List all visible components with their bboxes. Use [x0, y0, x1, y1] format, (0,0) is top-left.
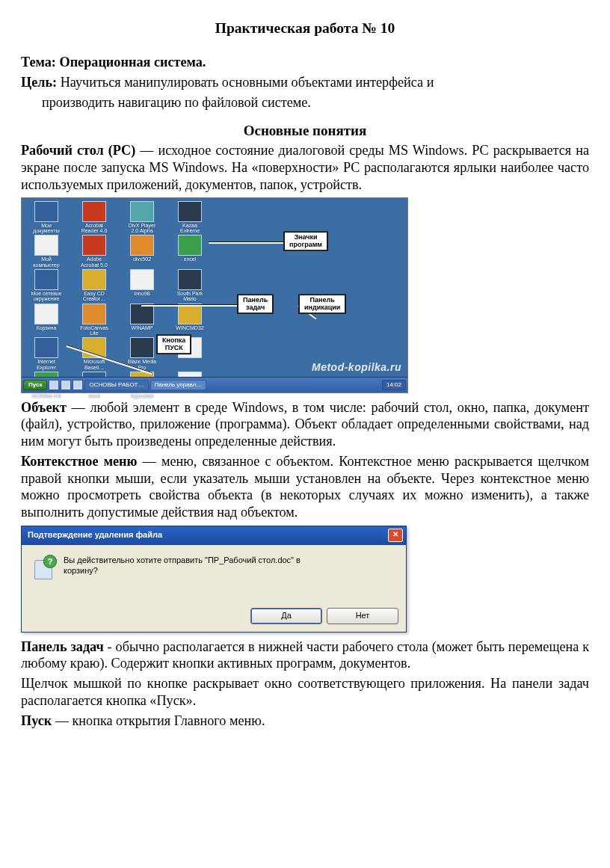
desktop-icon[interactable]: Мои документы — [25, 201, 68, 234]
desktop-icon[interactable]: Inno98 — [120, 269, 164, 302]
icon-label: Adobe Acrobat 5.0 — [73, 256, 116, 268]
desktop-icon[interactable]: Kazaa Extreme — [168, 201, 212, 234]
desktop-icon[interactable]: Internet Explorer — [25, 337, 68, 370]
icon-image — [34, 201, 58, 222]
icon-label: Корзина — [25, 325, 68, 336]
paragraph-start: Пуск — кнопка открытия Главного меню. — [21, 712, 589, 730]
icon-image — [178, 304, 202, 324]
icon-label: DivX Player 2.0 Alpha — [120, 223, 164, 234]
topic-text: Операционная система. — [59, 55, 206, 70]
icon-label: ACDSee 4.0 — [25, 393, 68, 404]
quick-launch-icon[interactable] — [61, 380, 71, 390]
icon-label: FotoCanvas Lite — [73, 325, 116, 336]
icon-label: excel — [168, 256, 212, 267]
desktop-icon[interactable]: Adobe Acrobat 5.0 — [73, 235, 116, 268]
annotation-programs-icons: Значки программ — [283, 231, 328, 252]
annotation-start-button: Кнопка ПУСК — [156, 334, 191, 355]
start-button[interactable]: Пуск — [23, 380, 47, 390]
icon-image — [130, 337, 154, 358]
dialog-message-line: Вы действительно хотите отправить "ПР_Ра… — [64, 555, 301, 566]
icon-image — [130, 304, 154, 324]
icon-image — [178, 201, 202, 222]
screenshot-dialog: Подтверждение удаления файла ✕ ? Вы дейс… — [21, 526, 407, 632]
quick-launch-icon[interactable] — [73, 380, 83, 390]
dialog-title: Подтверждение удаления файла — [28, 530, 388, 541]
icon-image — [82, 201, 106, 222]
icon-label: Easy CD Creator… — [73, 291, 116, 302]
icon-label: divx502 — [120, 256, 164, 267]
paragraph-taskbar-extra: Щелчок мышкой по кнопке раскрывает окно … — [21, 675, 589, 710]
desktop-icon[interactable]: South Park Mario — [168, 269, 212, 302]
paragraph-desktop: Рабочий стол (РС) — исходное состояние д… — [21, 142, 589, 193]
desktop-icon[interactable]: divx502 — [120, 235, 164, 268]
def-object: — любой элемент в среде Windows, в том ч… — [21, 400, 589, 449]
dialog-message-line: корзину? — [64, 566, 301, 576]
topic-label: Тема: — [21, 55, 59, 70]
icon-image — [34, 304, 58, 324]
def-taskbar: - обычно располагается в нижней части ра… — [21, 639, 589, 671]
icon-image — [34, 269, 58, 290]
annotation-lead — [141, 304, 237, 307]
goal-text1: Научиться манипулировать основными объек… — [61, 75, 434, 90]
taskbar-button[interactable]: Панель управл… — [150, 380, 207, 390]
page-title: Практическая работа № 10 — [21, 19, 589, 37]
icon-label: Internet Explorer — [25, 359, 68, 370]
desktop-icon[interactable]: DivX Player 2.0 Alpha — [120, 201, 164, 234]
icon-label: Мой компьютер — [25, 256, 68, 268]
def-start: — кнопка открытия Главного меню. — [52, 713, 265, 728]
screenshot-desktop: Мои документыAcrobat Reader 4.0DivX Play… — [21, 197, 408, 393]
paragraph-context-menu: Контекстное меню — меню, связанное с объ… — [21, 453, 589, 521]
term-context-menu: Контекстное меню — [21, 454, 137, 469]
icon-image — [82, 304, 106, 324]
desktop-icon[interactable]: excel — [168, 235, 212, 268]
paragraph-taskbar: Панель задач - обычно располагается в ни… — [21, 638, 589, 673]
desktop-icon[interactable]: FotoCanvas Lite — [73, 304, 116, 336]
icon-label: Курсовая — [120, 393, 164, 404]
desktop-icon[interactable]: Мой компьютер — [25, 235, 68, 268]
icon-label — [168, 393, 212, 404]
annotation-tray: Панель индикации — [298, 294, 346, 315]
goal-label: Цель: — [21, 75, 61, 90]
desktop-icon[interactable]: Корзина — [25, 304, 68, 336]
icon-image — [130, 201, 154, 222]
icon-image — [130, 235, 154, 256]
icon-image — [130, 269, 154, 290]
desktop-icon[interactable]: Мое сетевое окружение — [25, 269, 68, 302]
watermark: Metod-kopilka.ru — [312, 361, 401, 375]
paragraph-object: Объект — любой элемент в среде Windows, … — [21, 399, 589, 450]
icon-label: South Park Mario — [168, 291, 212, 302]
icon-label: Acrobat Reader 4.0 — [73, 223, 116, 234]
system-tray[interactable]: 14:02 — [382, 380, 406, 390]
no-button[interactable]: Нет — [327, 608, 398, 624]
recycle-bin-icon: ? — [32, 555, 56, 582]
desktop-icon[interactable]: WINAMP — [120, 304, 164, 336]
dialog-message: Вы действительно хотите отправить "ПР_Ра… — [64, 555, 301, 576]
annotation-lead — [209, 241, 283, 244]
close-icon[interactable]: ✕ — [388, 529, 403, 542]
icon-image — [178, 269, 202, 290]
icon-image — [82, 235, 106, 256]
icon-label: Мои документы — [25, 223, 68, 234]
concepts-heading: Основные понятия — [21, 122, 589, 140]
icon-label — [168, 359, 212, 369]
icon-label: Kazaa Extreme — [168, 223, 212, 234]
quick-launch — [49, 380, 83, 390]
term-start: Пуск — [21, 713, 52, 728]
annotation-taskbar: Панель задач — [237, 294, 274, 315]
topic-line: Тема: Операционная система. — [21, 54, 589, 71]
desktop-icon[interactable]: Easy CD Creator… — [73, 269, 116, 302]
yes-button[interactable]: Да — [250, 608, 322, 624]
desktop-icon[interactable]: WINCMD32 — [168, 304, 212, 336]
desktop-icon[interactable]: Acrobat Reader 4.0 — [73, 201, 116, 234]
icon-image — [34, 235, 58, 256]
icon-image — [34, 337, 58, 358]
quick-launch-icon[interactable] — [49, 380, 59, 390]
icon-image — [178, 235, 202, 256]
icon-label: word — [73, 393, 116, 404]
taskbar-button[interactable]: ОСНОВЫ РАБОТ… — [84, 380, 148, 390]
dialog-titlebar: Подтверждение удаления файла ✕ — [22, 526, 406, 545]
term-taskbar: Панель задач — [21, 639, 104, 654]
taskbar: Пуск ОСНОВЫ РАБОТ… Панель управл… 14:02 — [22, 377, 407, 393]
icon-image — [82, 269, 106, 290]
goal-line2: производить навигацию по файловой систем… — [21, 94, 589, 111]
